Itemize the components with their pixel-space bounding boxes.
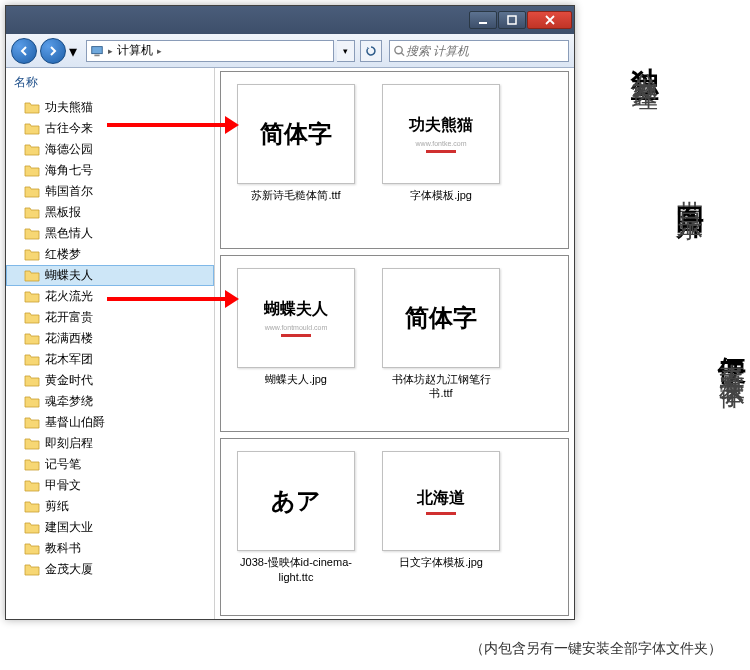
folder-icon: [24, 185, 40, 199]
folder-item[interactable]: 即刻启程: [6, 433, 214, 454]
file-name: J038-慢映体id-cinema-light.ttc: [236, 555, 356, 584]
file-thumbnail[interactable]: 蝴蝶夫人www.fontmould.com蝴蝶夫人.jpg: [231, 268, 361, 386]
refresh-button[interactable]: [360, 40, 382, 62]
folder-item[interactable]: 海德公园: [6, 139, 214, 160]
folder-label: 古往今来: [45, 120, 93, 137]
svg-line-5: [401, 52, 404, 55]
folder-item[interactable]: 建国大业: [6, 517, 214, 538]
path-separator-icon: ▸: [108, 46, 113, 56]
minimize-button[interactable]: [469, 11, 497, 29]
folder-item[interactable]: 黑色情人: [6, 223, 214, 244]
folder-item[interactable]: 魂牵梦绕: [6, 391, 214, 412]
folder-icon: [24, 269, 40, 283]
folder-item[interactable]: 剪纸: [6, 496, 214, 517]
file-thumbnail[interactable]: 简体字书体坊赵九江钢笔行书.ttf: [376, 268, 506, 401]
folder-item[interactable]: 花木军团: [6, 349, 214, 370]
back-button[interactable]: [11, 38, 37, 64]
folder-label: 花开富贵: [45, 309, 93, 326]
folder-label: 红楼梦: [45, 246, 81, 263]
folder-icon: [24, 101, 40, 115]
folder-label: 蝴蝶夫人: [45, 267, 93, 284]
file-thumbnail[interactable]: 简体字苏新诗毛糙体简.ttf: [231, 84, 361, 202]
folder-label: 黑板报: [45, 204, 81, 221]
folder-icon: [24, 458, 40, 472]
preview-pane: 简体字苏新诗毛糙体简.ttf功夫熊猫www.fontke.com字体模板.jpg…: [215, 68, 574, 619]
history-dropdown[interactable]: ▾: [69, 42, 83, 60]
folder-item[interactable]: 红楼梦: [6, 244, 214, 265]
folder-item[interactable]: 海角七号: [6, 160, 214, 181]
folder-label: 魂牵梦绕: [45, 393, 93, 410]
annotation-text-2: 带图片显示: [670, 180, 708, 200]
thumbnail-image: 功夫熊猫www.fontke.com: [382, 84, 500, 184]
maximize-button[interactable]: [498, 11, 526, 29]
svg-rect-1: [508, 16, 516, 24]
folder-icon: [24, 122, 40, 136]
annotation-arrow: [107, 123, 227, 127]
file-name: 字体模板.jpg: [410, 188, 472, 202]
folder-item[interactable]: 韩国首尔: [6, 181, 214, 202]
folder-label: 黄金时代: [45, 372, 93, 389]
file-name: 蝴蝶夫人.jpg: [265, 372, 327, 386]
folder-item[interactable]: 教科书: [6, 538, 214, 559]
folder-item[interactable]: 黑板报: [6, 202, 214, 223]
folder-label: 甲骨文: [45, 477, 81, 494]
folder-item[interactable]: 甲骨文: [6, 475, 214, 496]
search-input[interactable]: [406, 44, 565, 58]
folder-icon: [24, 395, 40, 409]
folder-item[interactable]: 基督山伯爵: [6, 412, 214, 433]
thumbnail-image: あア: [237, 451, 355, 551]
folder-icon: [24, 311, 40, 325]
folder-icon: [24, 563, 40, 577]
folder-label: 功夫熊猫: [45, 99, 93, 116]
folder-item[interactable]: 蝴蝶夫人: [6, 265, 214, 286]
annotation-text-3: 便于查看安装字体: [712, 335, 750, 367]
folder-label: 花木军团: [45, 351, 93, 368]
folder-icon: [24, 374, 40, 388]
close-button[interactable]: [527, 11, 572, 29]
folder-icon: [24, 143, 40, 157]
folder-item[interactable]: 记号笔: [6, 454, 214, 475]
svg-point-4: [395, 46, 402, 53]
folder-item[interactable]: 功夫熊猫: [6, 97, 214, 118]
folder-item[interactable]: 黄金时代: [6, 370, 214, 391]
folder-item[interactable]: 花满西楼: [6, 328, 214, 349]
thumbnail-image: 蝴蝶夫人www.fontmould.com: [237, 268, 355, 368]
file-thumbnail[interactable]: あアJ038-慢映体id-cinema-light.ttc: [231, 451, 361, 584]
preview-panel-2: 蝴蝶夫人www.fontmould.com蝴蝶夫人.jpg简体字书体坊赵九江钢笔…: [220, 255, 569, 433]
search-box[interactable]: [389, 40, 569, 62]
bottom-note: （内包含另有一键安装全部字体文件夹）: [470, 640, 722, 658]
folder-icon: [24, 353, 40, 367]
folder-label: 海角七号: [45, 162, 93, 179]
folder-icon: [24, 164, 40, 178]
folder-icon: [24, 416, 40, 430]
folder-label: 记号笔: [45, 456, 81, 473]
svg-rect-0: [479, 22, 487, 24]
address-bar[interactable]: ▸ 计算机 ▸: [86, 40, 334, 62]
folder-label: 建国大业: [45, 519, 93, 536]
folder-item[interactable]: 花开富贵: [6, 307, 214, 328]
folder-icon: [24, 479, 40, 493]
thumbnail-image: 简体字: [382, 268, 500, 368]
folder-icon: [24, 290, 40, 304]
annotation-arrow: [107, 297, 227, 301]
address-dropdown[interactable]: ▾: [337, 40, 355, 62]
annotation-text-1: 独立分类整理: [625, 45, 663, 69]
folder-label: 黑色情人: [45, 225, 93, 242]
explorer-window: ▾ ▸ 计算机 ▸ ▾ 名称 功夫熊猫古往今来海德公园海角七号韩国首尔黑板报黑色…: [5, 5, 575, 620]
folder-icon: [24, 248, 40, 262]
folder-tree[interactable]: 名称 功夫熊猫古往今来海德公园海角七号韩国首尔黑板报黑色情人红楼梦蝴蝶夫人花火流…: [6, 68, 215, 619]
folder-item[interactable]: 古往今来: [6, 118, 214, 139]
file-thumbnail[interactable]: 北海道日文字体模板.jpg: [376, 451, 506, 569]
folder-icon: [24, 206, 40, 220]
file-name: 书体坊赵九江钢笔行书.ttf: [381, 372, 501, 401]
folder-label: 教科书: [45, 540, 81, 557]
folder-label: 花火流光: [45, 288, 93, 305]
forward-button[interactable]: [40, 38, 66, 64]
path-segment[interactable]: 计算机: [117, 42, 153, 59]
file-name: 日文字体模板.jpg: [399, 555, 483, 569]
file-thumbnail[interactable]: 功夫熊猫www.fontke.com字体模板.jpg: [376, 84, 506, 202]
column-header-name[interactable]: 名称: [6, 71, 214, 97]
folder-item[interactable]: 金茂大厦: [6, 559, 214, 580]
content-area: 名称 功夫熊猫古往今来海德公园海角七号韩国首尔黑板报黑色情人红楼梦蝴蝶夫人花火流…: [6, 68, 574, 619]
folder-label: 剪纸: [45, 498, 69, 515]
